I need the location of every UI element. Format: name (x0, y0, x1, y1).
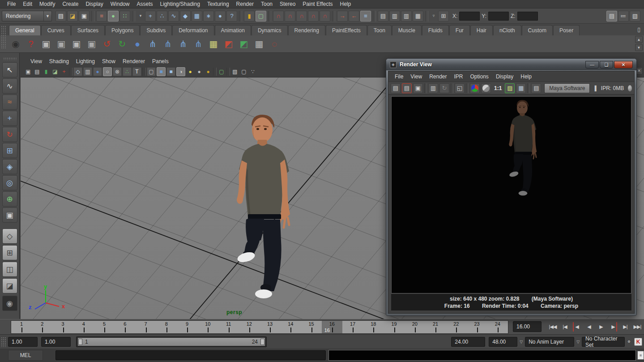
chevron-down-icon[interactable]: ▼ (43, 11, 51, 21)
snap-to-projected-center-icon[interactable]: ∩ (308, 11, 319, 22)
select-mask-deformations-icon[interactable]: ▦ (192, 11, 202, 22)
remove-image-icon[interactable]: ▦ (516, 83, 526, 93)
viewport-menu-show[interactable]: Show (98, 58, 119, 65)
character-set-field[interactable]: No Character Set (582, 337, 625, 347)
undo-icon[interactable]: ↺ (100, 37, 114, 51)
textured-icon[interactable]: T (132, 67, 141, 76)
hierarchy-mode-icon[interactable]: ≡ (96, 11, 107, 22)
use-default-lighting-icon[interactable]: ● (186, 68, 194, 76)
renderer-dropdown[interactable]: Maya Software (544, 83, 590, 93)
select-mask-all-icon[interactable]: + (145, 11, 156, 22)
flat-shaded-icon[interactable]: ○ (103, 67, 112, 76)
rotate-tool[interactable]: ↻ (2, 127, 17, 142)
delete-unused-icon[interactable]: ● (131, 37, 144, 51)
object-mode-icon[interactable]: ● (108, 11, 119, 22)
auto-keyframe-icon[interactable]: K (634, 338, 642, 346)
show-manipulator-tool[interactable]: ⊕ (2, 191, 17, 207)
menu-modify[interactable]: Modify (36, 0, 59, 8)
menu-texturing[interactable]: Texturing (204, 0, 233, 8)
snap-to-curve-icon[interactable]: ∩ (285, 11, 295, 22)
animation-end-field[interactable]: 48.00 (489, 337, 517, 347)
wireframe-icon[interactable]: ◇ (73, 67, 82, 76)
play-forward-button[interactable]: ▶ (595, 321, 607, 333)
menu-edit[interactable]: Edit (19, 0, 36, 8)
tool-settings-icon[interactable]: ≔ (618, 11, 629, 22)
render-settings-icon[interactable]: ▦ (413, 11, 423, 22)
shelf-trash-icon[interactable]: ▯ (635, 26, 642, 33)
channel-box-icon[interactable]: ▧ (630, 11, 640, 22)
animation-start-field[interactable]: 1.00 (8, 337, 38, 347)
open-render-view-icon[interactable]: ▤ (378, 11, 388, 22)
open-scene-icon[interactable]: ◪ (67, 11, 78, 22)
character-model[interactable] (219, 112, 309, 305)
select-mask-rendering-icon[interactable]: ● (215, 11, 226, 22)
highlight-selection-icon[interactable]: ▢ (256, 11, 266, 22)
2d-pan-zoom-icon[interactable]: + (60, 68, 68, 76)
menu-lighting-shading[interactable]: Lighting/Shading (156, 0, 203, 8)
go-to-end-button[interactable]: ▶▶| (631, 321, 643, 333)
script-editor-icon[interactable]: ≡ (637, 351, 644, 360)
component-mode-icon[interactable]: ∷ (119, 11, 130, 22)
camera-attributes-icon[interactable]: ▤ (33, 68, 41, 76)
zoom-1-1-button[interactable]: 1:1 (492, 85, 503, 91)
help-icon[interactable]: ? (24, 37, 38, 51)
scale-tool[interactable]: ⊞ (2, 143, 17, 158)
render-current-frame-icon[interactable]: ▥ (389, 11, 400, 22)
render-view-menu-ipr[interactable]: IPR (451, 73, 467, 80)
viewport-menu-panels[interactable]: Panels (149, 58, 172, 65)
bookmark-icon[interactable]: ▮ (42, 68, 50, 76)
menu-display[interactable]: Display (82, 0, 107, 8)
menu-stereo[interactable]: Stereo (276, 0, 299, 8)
mel-toggle-button[interactable]: MEL (8, 350, 43, 361)
select-red-cube-icon[interactable]: ◩ (222, 37, 235, 51)
menu-window[interactable]: Window (107, 0, 133, 8)
film-magnifier-icon[interactable]: ◉ (9, 37, 22, 51)
menu-file[interactable]: File (4, 0, 19, 8)
persp-graph-layout-button[interactable]: ◪ (2, 278, 17, 293)
camera-zoom-icon[interactable]: ▣ (85, 37, 98, 51)
transform-fields-icon[interactable]: ⊞ (438, 11, 449, 22)
viewport-menu-lighting[interactable]: Lighting (73, 58, 98, 65)
lasso-tool[interactable]: ∿ (2, 78, 17, 94)
isolate-shaded-cube-icon[interactable]: ■ (157, 67, 166, 76)
joint-tool-icon[interactable]: ⋔ (146, 37, 159, 51)
hypergraph-icon[interactable]: ▦ (207, 37, 220, 51)
set-key-icon[interactable]: ⚬ (625, 338, 633, 345)
viewport-menu-renderer[interactable]: Renderer (119, 58, 149, 65)
shaded-icon[interactable]: ● (93, 67, 102, 76)
maximize-button[interactable]: ❑ (600, 61, 613, 69)
playback-start-field[interactable]: 1.00 (41, 337, 71, 347)
ik-handle-icon[interactable]: ⋔ (161, 37, 175, 51)
menu-render[interactable]: Render (233, 0, 257, 8)
new-scene-icon[interactable]: ▤ (55, 11, 66, 22)
select-tool[interactable]: ↖ (2, 62, 17, 78)
chevron-down-icon[interactable]: ▽ (574, 340, 582, 344)
camera-orbit-icon[interactable]: ▣ (39, 37, 53, 51)
chevron-down-icon[interactable]: ▽ (517, 340, 525, 344)
menu-toon[interactable]: Toon (257, 0, 276, 8)
spline-ik-icon[interactable]: ⋔ (176, 37, 190, 51)
menu-create[interactable]: Create (59, 0, 82, 8)
camera-track-icon[interactable]: ▣ (55, 37, 68, 51)
ipr-render-icon[interactable]: ▥ (428, 83, 438, 93)
rendered-image[interactable] (391, 96, 631, 293)
camera-dolly-icon[interactable]: ▣ (70, 37, 83, 51)
select-camera-icon[interactable]: ▣ (24, 68, 32, 76)
film-gate-icon[interactable]: ▥ (83, 67, 92, 76)
select-mask-misc-icon[interactable]: ? (226, 11, 237, 22)
range-start-handle[interactable] (78, 339, 82, 345)
isolate-textured-cube-icon[interactable]: ■ (166, 67, 175, 76)
render-view-menu-file[interactable]: File (391, 73, 407, 80)
selection-region-icon[interactable]: ▢ (218, 68, 226, 76)
menu-assets[interactable]: Assets (133, 0, 156, 8)
render-view-titlebar[interactable]: ◈ Render View — ❑ ✕ (386, 59, 636, 70)
isolate-wire-cube-icon[interactable]: ▢ (147, 67, 156, 76)
share-nodes-icon[interactable]: ∵ (249, 68, 257, 76)
snap-to-point-icon[interactable]: ∩ (296, 11, 307, 22)
display-cube-icon[interactable]: ▧ (231, 68, 239, 76)
attribute-editor-icon[interactable]: ▤ (606, 11, 617, 22)
use-no-lights-icon[interactable]: ● (195, 68, 203, 76)
select-mask-handles-icon[interactable]: ∴ (157, 11, 167, 22)
range-slider-range[interactable]: 1 24 (78, 338, 265, 346)
checker-sphere-icon[interactable]: ◑ (176, 67, 185, 76)
